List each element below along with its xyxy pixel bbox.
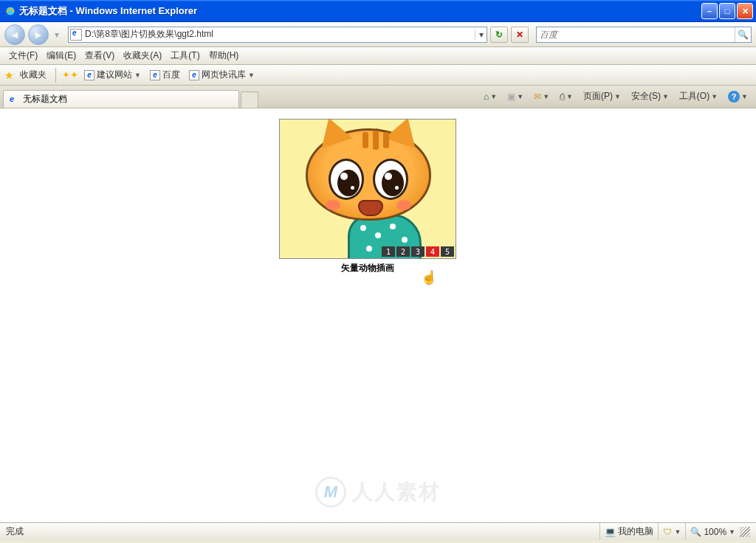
- address-dropdown[interactable]: ▾: [475, 30, 487, 40]
- forward-button[interactable]: ►: [28, 24, 49, 45]
- chevron-down-icon: ▼: [134, 72, 141, 79]
- chevron-down-icon: ▼: [490, 93, 497, 100]
- chevron-down-icon: ▼: [614, 93, 621, 100]
- page-icon: [70, 29, 82, 41]
- search-button[interactable]: 🔍: [735, 27, 751, 42]
- search-input[interactable]: [537, 30, 735, 40]
- watermark-logo-icon: M: [315, 477, 346, 508]
- zoom-icon: 🔍: [690, 527, 701, 537]
- chevron-down-icon: ▼: [566, 93, 573, 100]
- menu-help[interactable]: 帮助(H): [205, 48, 244, 63]
- menu-view[interactable]: 查看(V): [80, 48, 119, 63]
- home-icon: ⌂: [484, 91, 489, 102]
- page-content: 12345 矢量动物插画 ☝ M 人人素材: [0, 108, 756, 522]
- help-icon: ?: [728, 91, 740, 103]
- cat-head: [306, 128, 431, 221]
- ie-logo-icon: [4, 5, 16, 17]
- zoom-level[interactable]: 🔍100%▼: [685, 523, 740, 540]
- chevron-down-icon: ▼: [729, 528, 735, 536]
- resize-grip[interactable]: [740, 527, 750, 537]
- fav-baidu[interactable]: e百度: [147, 67, 183, 83]
- pager-button-1[interactable]: 1: [382, 246, 395, 257]
- status-zone[interactable]: 💻我的电脑: [599, 523, 658, 540]
- protected-mode[interactable]: 🛡▼: [658, 523, 685, 540]
- tab-bar: e 无标题文档 ⌂▼ ▣▼ ✉▼ ⎙▼ 页面(P)▼ 安全(S)▼ 工具(O)▼…: [0, 86, 756, 108]
- separator: [55, 68, 56, 83]
- read-mail-button[interactable]: ✉▼: [532, 90, 551, 103]
- menu-bar: 文件(F) 编辑(E) 查看(V) 收藏夹(A) 工具(T) 帮助(H): [0, 47, 756, 65]
- menu-edit[interactable]: 编辑(E): [42, 48, 80, 63]
- navigation-bar: ◄ ► ▾ ▾ ↻ ✕ 🔍: [0, 22, 756, 47]
- pager-button-5[interactable]: 5: [441, 246, 454, 257]
- window-titlebar: 无标题文档 - Windows Internet Explorer – □ ✕: [0, 0, 756, 22]
- favorites-bar: ★ 收藏夹 ✦✦ e建议网站▼ e百度 e网页快讯库▼: [0, 65, 756, 86]
- window-title: 无标题文档 - Windows Internet Explorer: [19, 4, 700, 18]
- print-icon: ⎙: [560, 91, 565, 102]
- refresh-button[interactable]: ↻: [490, 27, 508, 43]
- fav-webslice[interactable]: e网页快讯库▼: [186, 67, 258, 83]
- pager-button-3[interactable]: 3: [411, 246, 425, 257]
- page-menu[interactable]: 页面(P)▼: [581, 89, 623, 104]
- nav-history-dropdown[interactable]: ▾: [52, 30, 62, 40]
- computer-icon: 💻: [605, 527, 616, 537]
- favorites-button[interactable]: 收藏夹: [17, 67, 49, 83]
- favorites-star-icon: ★: [4, 69, 14, 81]
- page-icon: e: [84, 70, 94, 80]
- back-button[interactable]: ◄: [4, 24, 25, 45]
- command-bar: ⌂▼ ▣▼ ✉▼ ⎙▼ 页面(P)▼ 安全(S)▼ 工具(O)▼ ?▼: [481, 89, 750, 104]
- home-button[interactable]: ⌂▼: [481, 90, 499, 103]
- slideshow-image[interactable]: 12345: [279, 119, 456, 259]
- chevron-down-icon: ▼: [248, 72, 255, 79]
- watermark: M 人人素材: [315, 477, 441, 508]
- ie-page-icon: e: [10, 94, 20, 105]
- slideshow-caption: 矢量动物插画: [279, 262, 456, 274]
- address-input[interactable]: [83, 30, 475, 40]
- slideshow-pager: 12345: [382, 246, 454, 257]
- rss-icon: ▣: [507, 91, 515, 102]
- add-favorites-icon[interactable]: ✦✦: [62, 69, 78, 80]
- chevron-down-icon: ▼: [674, 528, 681, 536]
- menu-file[interactable]: 文件(F): [4, 48, 42, 63]
- chevron-down-icon: ▼: [662, 93, 669, 100]
- menu-favorites[interactable]: 收藏夹(A): [119, 48, 166, 63]
- address-bar[interactable]: ▾: [68, 27, 487, 43]
- fav-suggested-sites[interactable]: e建议网站▼: [81, 67, 144, 83]
- page-icon: e: [150, 70, 160, 80]
- tab-title: 无标题文档: [23, 93, 67, 106]
- minimize-button[interactable]: –: [701, 3, 718, 19]
- help-button[interactable]: ?▼: [726, 89, 750, 104]
- page-icon: e: [189, 70, 199, 80]
- stop-button[interactable]: ✕: [511, 27, 529, 43]
- shield-icon: 🛡: [663, 527, 672, 537]
- watermark-text: 人人素材: [352, 478, 441, 506]
- tools-menu[interactable]: 工具(O)▼: [677, 89, 720, 104]
- mail-icon: ✉: [534, 91, 541, 102]
- safety-menu[interactable]: 安全(S)▼: [629, 89, 671, 104]
- chevron-down-icon: ▼: [543, 93, 549, 100]
- print-button[interactable]: ⎙▼: [557, 90, 575, 103]
- pager-button-2[interactable]: 2: [396, 246, 410, 257]
- maximize-button[interactable]: □: [719, 3, 735, 19]
- feeds-button[interactable]: ▣▼: [505, 90, 526, 103]
- status-text: 完成: [6, 525, 599, 538]
- pager-button-4[interactable]: 4: [426, 246, 439, 257]
- menu-tools[interactable]: 工具(T): [166, 48, 204, 63]
- new-tab-button[interactable]: [241, 91, 258, 108]
- chevron-down-icon: ▼: [741, 93, 748, 100]
- image-slideshow: 12345 矢量动物插画: [279, 119, 456, 274]
- chevron-down-icon: ▼: [711, 93, 718, 100]
- chevron-down-icon: ▼: [517, 93, 523, 100]
- search-box[interactable]: 🔍: [536, 27, 752, 43]
- browser-tab[interactable]: e 无标题文档: [3, 90, 239, 108]
- status-bar: 完成 💻我的电脑 🛡▼ 🔍100%▼: [0, 522, 756, 540]
- close-button[interactable]: ✕: [737, 3, 753, 19]
